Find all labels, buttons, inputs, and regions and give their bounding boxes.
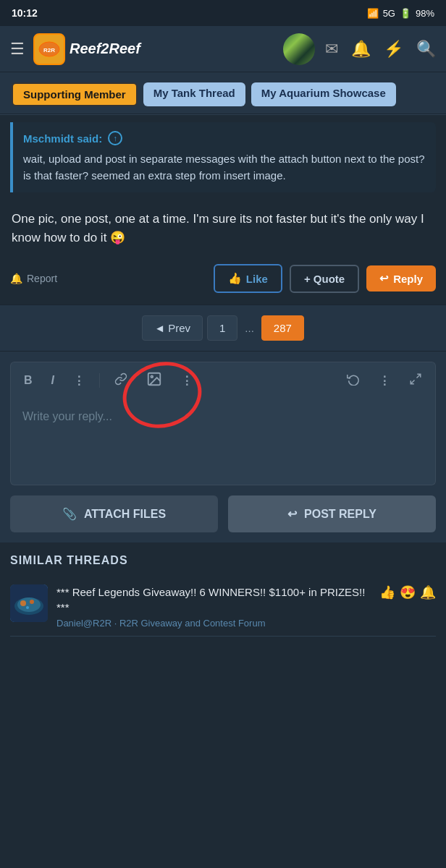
post-reply-button[interactable]: ↩ POST REPLY: [228, 495, 436, 532]
notify-icon[interactable]: 🔔: [420, 584, 436, 600]
like-button[interactable]: 👍 Like: [214, 264, 282, 293]
italic-button[interactable]: I: [47, 371, 59, 390]
toolbar-more-left[interactable]: ⋮: [69, 371, 89, 391]
attach-files-button[interactable]: 📎 ATTACH FILES: [10, 495, 218, 532]
expand-editor-button[interactable]: [405, 370, 426, 391]
thread-avatar: [10, 584, 48, 622]
post-content: One pic, one post, one at a time. I'm su…: [0, 200, 446, 257]
editor-placeholder: Write your reply...: [22, 410, 112, 422]
bottom-buttons: 📎 ATTACH FILES ↩ POST REPLY: [10, 495, 436, 532]
quote-text: wait, upload and post in separate messag…: [23, 151, 426, 184]
prev-page-button[interactable]: ◄ Prev: [142, 315, 203, 341]
like-label: Like: [246, 273, 268, 285]
pagination: ◄ Prev 1 ... 287: [0, 305, 446, 352]
post-label: POST REPLY: [304, 508, 376, 521]
thread-reaction-icons: 👍 😍 🔔: [379, 584, 436, 600]
battery-level: 98%: [416, 8, 434, 19]
bell-small-icon: 🔔: [10, 273, 22, 284]
svg-text:R2R: R2R: [43, 47, 55, 54]
status-right: 📶 5G 🔋 98%: [367, 8, 434, 19]
quote-button[interactable]: + Quote: [290, 265, 359, 293]
report-label: Report: [27, 273, 57, 284]
similar-threads-section: SIMILAR THREADS *** Reef Legends Giveawa…: [0, 542, 446, 648]
svg-point-8: [30, 600, 34, 604]
similar-threads-title: SIMILAR THREADS: [10, 554, 436, 567]
search-icon[interactable]: 🔍: [416, 40, 436, 59]
reply-button[interactable]: ↩ Reply: [366, 265, 436, 292]
toolbar-more-3[interactable]: ⋮: [374, 371, 395, 391]
aquarium-showcase-tag[interactable]: My Aquarium Showcase: [251, 82, 396, 106]
thread-item[interactable]: *** Reef Legends Giveaway!! 6 WINNERS!! …: [10, 577, 436, 637]
network-type: 5G: [383, 8, 395, 19]
quote-author-text: Mschmidt said:: [23, 132, 102, 145]
site-logo[interactable]: R2R Reef2Reef: [33, 33, 140, 65]
battery-icon: 🔋: [400, 8, 411, 19]
toolbar-sep-1: [99, 373, 100, 388]
paperclip-icon: 📎: [62, 507, 77, 521]
editor-toolbar: B I ⋮ ⋮: [10, 362, 436, 399]
undo-button[interactable]: [342, 370, 364, 391]
svg-point-9: [26, 606, 29, 609]
quote-expand-icon[interactable]: ↑: [108, 131, 122, 145]
thread-meta: Daniel@R2R · R2R Giveaway and Contest Fo…: [56, 618, 371, 629]
svg-point-7: [20, 600, 26, 606]
tags-section: Supporting Member My Tank Thread My Aqua…: [0, 72, 446, 114]
report-button[interactable]: 🔔 Report: [10, 273, 57, 284]
quote-label: + Quote: [304, 273, 345, 285]
bell-icon[interactable]: 🔔: [351, 40, 371, 59]
signal-icon: 📶: [367, 8, 379, 19]
page-1-button[interactable]: 1: [207, 315, 237, 341]
link-button[interactable]: [110, 370, 132, 391]
logo-icon: R2R: [33, 33, 65, 65]
editor-section: B I ⋮ ⋮: [0, 352, 446, 542]
toolbar-more-right[interactable]: ⋮: [177, 371, 197, 391]
attach-label: ATTACH FILES: [84, 508, 166, 521]
hamburger-menu[interactable]: ☰: [10, 40, 25, 59]
thread-content: *** Reef Legends Giveaway!! 6 WINNERS!! …: [56, 584, 371, 629]
user-avatar[interactable]: [283, 33, 315, 65]
image-toolbar-button[interactable]: [142, 368, 167, 393]
bolt-icon[interactable]: ⚡: [384, 40, 403, 59]
quote-block: Mschmidt said: ↑ wait, upload and post i…: [10, 122, 436, 192]
reply-editor[interactable]: Write your reply...: [10, 399, 436, 485]
supporting-member-tag[interactable]: Supporting Member: [12, 82, 138, 106]
current-page-button[interactable]: 287: [261, 315, 304, 341]
bold-button[interactable]: B: [20, 371, 37, 390]
status-time: 10:12: [12, 7, 38, 19]
status-bar: 10:12 📶 5G 🔋 98%: [0, 0, 446, 26]
action-bar: 🔔 Report 👍 Like + Quote ↩ Reply: [0, 257, 446, 305]
logo-text: Reef2Reef: [70, 41, 140, 57]
love-reaction-icon: 😍: [400, 584, 416, 600]
reply-icon: ↩: [379, 272, 389, 285]
quote-author: Mschmidt said: ↑: [23, 131, 426, 145]
nav-bar: ☰ R2R Reef2Reef ✉ 🔔 ⚡ 🔍: [0, 26, 446, 72]
reply-label: Reply: [393, 273, 423, 285]
thumbs-up-icon: 👍: [228, 272, 242, 285]
like-reaction-icon: 👍: [379, 584, 395, 600]
toolbar-right: ⋮: [342, 370, 426, 391]
page-dots: ...: [242, 322, 257, 334]
tank-thread-tag[interactable]: My Tank Thread: [143, 82, 245, 106]
mail-icon[interactable]: ✉: [325, 40, 338, 59]
svg-point-3: [151, 375, 153, 378]
post-icon: ↩: [287, 507, 297, 521]
thread-title: *** Reef Legends Giveaway!! 6 WINNERS!! …: [56, 584, 371, 615]
nav-icons: ✉ 🔔 ⚡ 🔍: [325, 40, 436, 59]
